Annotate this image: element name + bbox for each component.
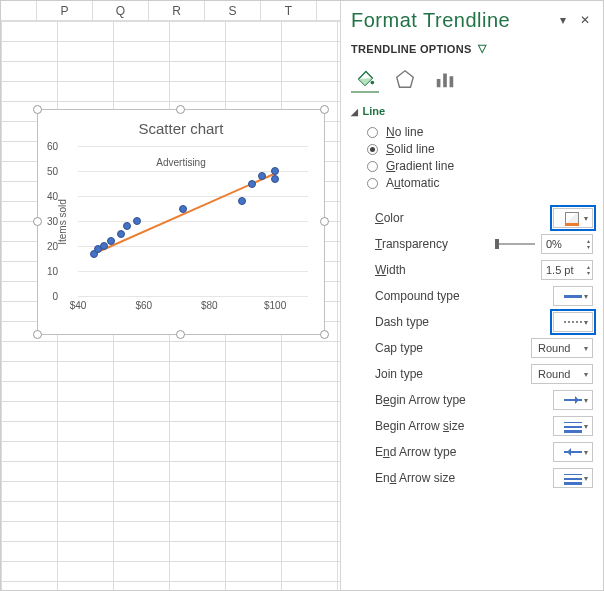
resize-handle-se[interactable] [320, 330, 329, 339]
svg-marker-2 [397, 71, 414, 88]
radio-icon [367, 127, 378, 138]
resize-handle-e[interactable] [320, 217, 329, 226]
label-dash-type: Dash type [375, 315, 553, 329]
label-compound-type: Compound type [375, 289, 553, 303]
x-tick: $40 [70, 300, 87, 311]
label-join-type: Join type [375, 367, 531, 381]
color-picker[interactable] [553, 208, 593, 228]
svg-rect-4 [443, 74, 447, 88]
y-tick: 50 [47, 165, 58, 176]
resize-handle-ne[interactable] [320, 105, 329, 114]
resize-handle-sw[interactable] [33, 330, 42, 339]
label-cap-type: Cap type [375, 341, 531, 355]
pane-tabs [351, 61, 593, 103]
radio-icon [367, 178, 378, 189]
colhead[interactable]: R [149, 1, 205, 20]
begin-arrow-type-picker[interactable] [553, 390, 593, 410]
data-point[interactable] [107, 237, 115, 245]
colhead[interactable]: T [261, 1, 317, 20]
transparency-input[interactable]: 0% [541, 234, 593, 254]
colhead[interactable]: S [205, 1, 261, 20]
data-point[interactable] [248, 180, 256, 188]
close-icon[interactable]: ✕ [577, 13, 593, 29]
label-begin-arrow-type: Begin Arrow type [375, 393, 553, 407]
label-width: Width [375, 263, 541, 277]
resize-handle-w[interactable] [33, 217, 42, 226]
y-tick: 0 [52, 291, 58, 302]
colhead[interactable]: P [37, 1, 93, 20]
resize-handle-nw[interactable] [33, 105, 42, 114]
arrow-right-icon [564, 395, 582, 405]
x-tick: $80 [201, 300, 218, 311]
label-transparency: Transparency [375, 237, 495, 251]
join-type-select[interactable]: Round [531, 364, 593, 384]
label-begin-arrow-size: Begin Arrow size [375, 419, 553, 433]
x-tick: $60 [135, 300, 152, 311]
plot-area[interactable] [78, 146, 308, 296]
label-color: Color [375, 211, 553, 225]
radio-no-line[interactable]: No line [367, 125, 593, 139]
y-tick: 40 [47, 190, 58, 201]
radio-solid-line[interactable]: Solid line [367, 142, 593, 156]
tab-effects[interactable] [391, 65, 419, 93]
label-end-arrow-type: End Arrow type [375, 445, 553, 459]
arrow-left-icon [564, 447, 582, 457]
tab-trendline-options[interactable] [431, 65, 459, 93]
x-tick: $100 [264, 300, 286, 311]
width-input[interactable]: 1.5 pt [541, 260, 593, 280]
radio-automatic[interactable]: Automatic [367, 176, 593, 190]
cap-type-select[interactable]: Round [531, 338, 593, 358]
svg-rect-3 [437, 79, 441, 87]
pane-options-dropdown[interactable]: ▾ [555, 13, 571, 29]
data-point[interactable] [258, 172, 266, 180]
y-tick: 60 [47, 141, 58, 152]
spreadsheet-grid[interactable]: P Q R S T Scatter chart Items sold 0 10 … [1, 1, 341, 591]
size-sample-icon [564, 421, 582, 431]
size-sample-icon [564, 473, 582, 483]
svg-rect-5 [450, 76, 454, 87]
pencil-color-icon [565, 212, 581, 224]
pane-subtitle[interactable]: Trendline Options ▽ [351, 42, 593, 55]
column-headers: P Q R S T [1, 1, 340, 21]
paint-bucket-icon [354, 67, 376, 89]
y-tick: 30 [47, 216, 58, 227]
dash-sample-icon [564, 321, 582, 323]
data-point[interactable] [117, 230, 125, 238]
tab-fill-line[interactable] [351, 65, 379, 93]
section-line[interactable]: Line [351, 105, 593, 117]
dash-type-picker[interactable] [553, 312, 593, 332]
end-arrow-size-picker[interactable] [553, 468, 593, 488]
pane-title: Format Trendline [351, 9, 549, 32]
colhead-gutter [1, 1, 37, 20]
svg-point-1 [371, 81, 375, 85]
label-end-arrow-size: End Arrow size [375, 471, 553, 485]
compound-type-picker[interactable] [553, 286, 593, 306]
bar-chart-icon [434, 68, 456, 90]
begin-arrow-size-picker[interactable] [553, 416, 593, 436]
y-tick: 20 [47, 240, 58, 251]
format-trendline-pane: Format Trendline ▾ ✕ Trendline Options ▽ [340, 1, 603, 591]
y-tick: 10 [47, 265, 58, 276]
embedded-chart[interactable]: Scatter chart Items sold 0 10 20 30 40 5… [37, 109, 325, 335]
resize-handle-n[interactable] [176, 105, 185, 114]
data-point[interactable] [271, 175, 279, 183]
radio-gradient-line[interactable]: Gradient line [367, 159, 593, 173]
resize-handle-s[interactable] [176, 330, 185, 339]
chevron-down-icon: ▽ [478, 42, 486, 55]
chart-title[interactable]: Scatter chart [38, 120, 324, 137]
radio-icon [367, 144, 378, 155]
line-sample-icon [564, 295, 582, 298]
y-axis-title[interactable]: Items sold [57, 199, 68, 245]
radio-icon [367, 161, 378, 172]
transparency-slider[interactable] [495, 243, 535, 245]
end-arrow-type-picker[interactable] [553, 442, 593, 462]
pentagon-icon [394, 68, 416, 90]
colhead[interactable]: Q [93, 1, 149, 20]
data-point[interactable] [179, 205, 187, 213]
